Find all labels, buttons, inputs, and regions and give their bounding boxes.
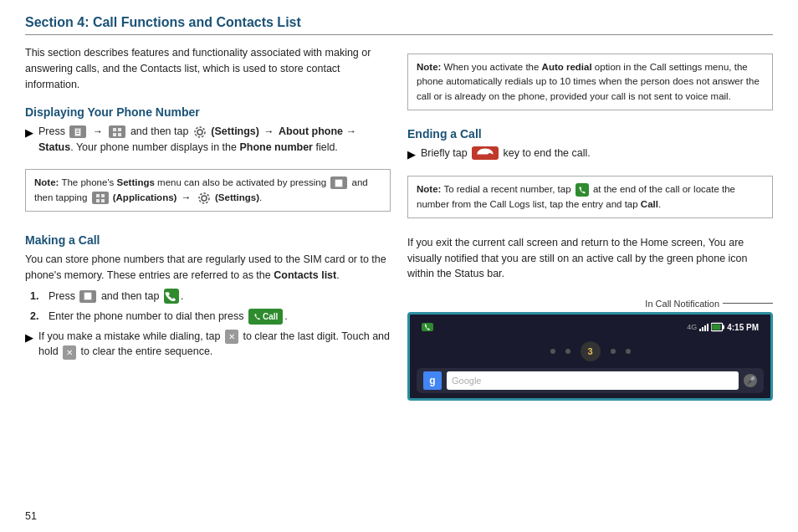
arrow-bullet-3: ▶ — [407, 146, 416, 163]
svg-rect-0 — [113, 128, 116, 131]
search-placeholder: Google — [452, 376, 481, 386]
settings-label: Settings — [215, 125, 256, 137]
note-box-settings: Note: The phone's Settings menu can also… — [25, 169, 391, 212]
note-box-autoredial: Note: When you activate the Auto redial … — [407, 54, 773, 110]
arrow-bullet: ▶ — [25, 125, 33, 141]
call-green-icon-1 — [164, 289, 179, 304]
displaying-step-text: Press → and then tap (Settings) → About … — [38, 124, 391, 156]
bar-3 — [704, 325, 706, 331]
network-label: 4G — [687, 323, 697, 331]
ending-step-text: Briefly tap key to end the call. — [421, 146, 591, 161]
svg-point-5 — [195, 127, 205, 137]
nav-circle-3: 3 — [581, 341, 601, 361]
nav-dot-4 — [611, 349, 616, 354]
svg-rect-10 — [96, 199, 100, 202]
apps-icon-2 — [92, 192, 109, 204]
ending-step: ▶ Briefly tap key to end the call. — [407, 146, 773, 163]
search-input-fake: Google — [447, 371, 739, 390]
phone-key-icon — [69, 125, 86, 138]
svg-rect-8 — [96, 194, 100, 197]
delete-icon: ✕ — [225, 330, 238, 344]
note2-label: Note: — [417, 62, 441, 72]
page-number: 51 — [25, 510, 37, 522]
google-logo: g — [423, 371, 442, 390]
bar-1 — [699, 329, 701, 331]
note1-label: Note: — [34, 177, 59, 187]
phone-key-icon-3 — [79, 290, 96, 303]
nav-dot-2 — [565, 349, 570, 354]
note3-label: Note: — [417, 184, 441, 194]
nav-bar: 3 — [417, 338, 764, 365]
mistake-text: If you make a mistake while dialing, tap… — [38, 329, 391, 361]
if-text: If you exit the current call screen and … — [407, 235, 773, 282]
pointer-line — [723, 303, 773, 304]
nav-dot-1 — [550, 349, 555, 354]
status-bar: 4G 4:15 PM — [417, 320, 764, 335]
step-2-text: Enter the phone number to dial then pres… — [49, 309, 288, 325]
note3-text: To redial a recent number, tap at the en… — [417, 184, 735, 208]
bar-4 — [707, 324, 708, 331]
step-2: 2. Enter the phone number to dial then p… — [30, 309, 391, 325]
making-title: Making a Call — [25, 233, 391, 247]
notification-area: In Call Notification 4G — [407, 299, 773, 401]
svg-rect-7 — [335, 180, 342, 187]
search-bar-row: g Google 🎤 — [417, 368, 764, 393]
note-box-redial: Note: To redial a recent number, tap at … — [407, 176, 773, 218]
step-num-2: 2. — [30, 309, 42, 325]
phone-number-field: Phone number — [239, 141, 313, 153]
battery-icon — [711, 322, 724, 332]
mic-icon: 🎤 — [744, 374, 757, 387]
svg-rect-15 — [84, 293, 91, 299]
step-num-1: 1. — [30, 289, 42, 304]
end-call-icon — [472, 146, 499, 160]
phone-screenshot: 4G 4:15 PM — [407, 312, 773, 401]
numbered-list: 1. Press and then tap . — [25, 289, 391, 325]
gear-icon-settings — [193, 125, 207, 139]
note2-text: When you activate the Auto redial option… — [417, 62, 760, 101]
svg-rect-18 — [712, 325, 720, 330]
making-call-section: Making a Call You can store phone number… — [25, 230, 391, 365]
svg-point-12 — [202, 196, 207, 201]
svg-rect-2 — [113, 133, 116, 136]
svg-point-13 — [199, 193, 209, 203]
intro-text: This section describes features and func… — [25, 45, 391, 92]
status-right: 4G 4:15 PM — [687, 322, 759, 332]
svg-rect-1 — [118, 128, 121, 131]
gear-icon-2 — [197, 192, 211, 205]
delete-icon-2: ✕ — [63, 345, 76, 360]
arrow-bullet-2: ▶ — [25, 330, 33, 346]
note1-text: The phone's Settings menu can also be ac… — [34, 177, 368, 202]
call-button: Call — [248, 309, 283, 325]
bar-2 — [702, 327, 703, 331]
mistake-bullet: ▶ If you make a mistake while dialing, t… — [25, 329, 391, 361]
active-call-icon — [422, 323, 433, 331]
section-title: Section 4: Call Functions and Contacts L… — [25, 15, 773, 35]
step-1: 1. Press and then tap . — [30, 289, 391, 304]
displaying-step: ▶ Press → and then tap (Settings) → — [25, 124, 391, 156]
displaying-title: Displaying Your Phone Number — [25, 105, 391, 119]
apps-icon-menu — [109, 125, 125, 138]
signal-bars — [699, 323, 708, 331]
svg-rect-3 — [118, 133, 121, 136]
ending-call-section: Ending a Call ▶ Briefly tap key to end t… — [407, 124, 773, 168]
svg-rect-9 — [101, 194, 105, 197]
svg-rect-11 — [101, 199, 105, 202]
status-left — [422, 323, 433, 331]
call-logs-green-icon — [575, 183, 589, 197]
step-1-text: Press and then tap . — [49, 289, 183, 304]
nav-dot-5 — [626, 349, 631, 354]
svg-rect-17 — [723, 325, 724, 330]
notification-label: In Call Notification — [645, 299, 719, 309]
ending-title: Ending a Call — [407, 127, 773, 141]
notification-pointer: In Call Notification — [407, 299, 773, 309]
svg-point-4 — [197, 130, 202, 135]
making-intro: You can store phone numbers that are reg… — [25, 252, 391, 284]
status-time: 4:15 PM — [727, 323, 759, 332]
phone-key-icon-2 — [330, 176, 347, 189]
